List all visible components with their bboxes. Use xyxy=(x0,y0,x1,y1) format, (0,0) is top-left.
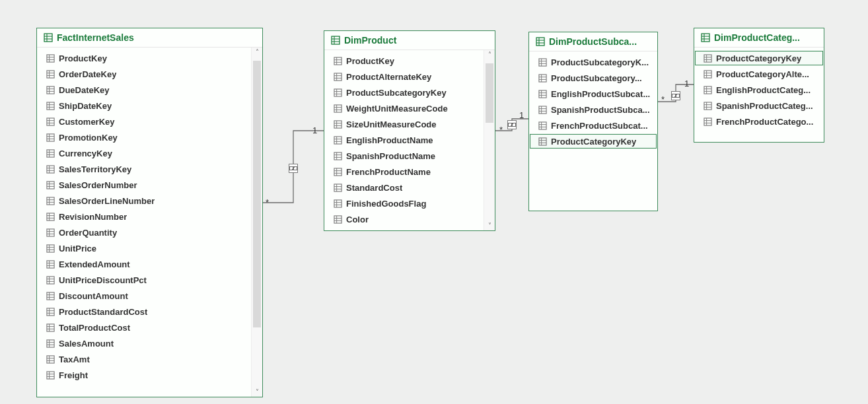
field-row[interactable]: FinishedGoodsFlag xyxy=(324,195,484,211)
table-header[interactable]: DimProductCateg... xyxy=(694,28,824,48)
field-row[interactable]: SalesOrderNumber xyxy=(37,177,251,193)
svg-rect-4 xyxy=(47,54,54,61)
column-icon xyxy=(334,215,342,224)
table-header[interactable]: DimProductSubca... xyxy=(529,32,657,51)
field-row[interactable]: SalesAmount xyxy=(37,335,251,351)
svg-rect-156 xyxy=(539,121,546,129)
svg-rect-12 xyxy=(47,86,54,93)
field-label: SalesAmount xyxy=(59,339,114,349)
field-label: PromotionKey xyxy=(59,133,118,143)
scrollbar[interactable]: ˄˅ xyxy=(251,48,262,397)
field-row[interactable]: FrenchProductSubcat... xyxy=(529,118,657,133)
field-row[interactable]: ProductStandardCost xyxy=(37,304,251,320)
svg-rect-64 xyxy=(47,292,54,299)
field-row[interactable]: RevisionNumber xyxy=(37,209,251,224)
field-row[interactable]: EnglishProductName xyxy=(324,132,484,148)
scrollbar[interactable]: ˄˅ xyxy=(484,50,495,230)
field-row[interactable]: SpanishProductCateg... xyxy=(694,98,824,114)
column-icon xyxy=(46,70,55,79)
field-row[interactable]: ExtendedAmount xyxy=(37,256,251,272)
table-icon xyxy=(44,33,53,42)
field-row[interactable]: PromotionKey xyxy=(37,129,251,145)
field-row[interactable]: EnglishProductSubcat... xyxy=(529,86,657,102)
svg-rect-124 xyxy=(334,184,342,191)
field-list: ProductKeyOrderDateKeyDueDateKeyShipDate… xyxy=(37,48,251,397)
field-row[interactable]: ProductCategoryKey xyxy=(529,133,657,149)
table-dim_product_category[interactable]: DimProductCateg...ProductCategoryKeyProd… xyxy=(694,28,824,143)
field-row[interactable]: ProductSubcategoryK... xyxy=(529,54,657,70)
field-row[interactable]: FrenchProductCatego... xyxy=(694,114,824,129)
field-label: FrenchProductName xyxy=(346,167,431,177)
field-row[interactable]: ShipDateKey xyxy=(37,98,251,114)
cardinality-many-label: * xyxy=(499,125,503,135)
table-header[interactable]: FactInternetSales xyxy=(37,28,262,48)
table-dim_product[interactable]: DimProductProductKeyProductAlternateKeyP… xyxy=(324,30,495,231)
field-row[interactable]: UnitPriceDiscountPct xyxy=(37,272,251,288)
field-row[interactable]: ProductSubcategoryKey xyxy=(324,84,484,100)
relationship-line[interactable] xyxy=(658,84,694,102)
field-label: ProductKey xyxy=(59,53,107,63)
svg-rect-16 xyxy=(47,102,54,109)
field-label: SalesTerritoryKey xyxy=(59,164,131,174)
svg-rect-92 xyxy=(334,57,342,64)
column-icon xyxy=(334,57,342,65)
field-row[interactable]: Color xyxy=(324,211,484,227)
field-label: ProductSubcategoryKey xyxy=(346,88,447,98)
svg-line-196 xyxy=(674,94,678,98)
field-row[interactable]: DueDateKey xyxy=(37,82,251,98)
column-icon xyxy=(46,118,55,126)
field-label: SpanishProductSubca... xyxy=(551,105,650,115)
field-row[interactable]: ProductCategoryKey xyxy=(694,50,824,66)
field-row[interactable]: SpanishProductSubca... xyxy=(529,102,657,118)
field-row[interactable]: SalesOrderLineNumber xyxy=(37,193,251,209)
column-icon xyxy=(334,199,342,208)
scroll-thumb[interactable] xyxy=(253,61,261,327)
svg-rect-144 xyxy=(539,74,546,81)
field-row[interactable]: ProductAlternateKey xyxy=(324,69,484,84)
field-row[interactable]: StandardCost xyxy=(324,180,484,195)
relationship-line[interactable] xyxy=(495,119,528,131)
scroll-down-arrow[interactable]: ˅ xyxy=(484,221,495,230)
svg-rect-160 xyxy=(539,137,546,145)
column-icon xyxy=(46,323,55,332)
field-row[interactable]: SpanishProductName xyxy=(324,148,484,164)
svg-rect-172 xyxy=(704,70,711,77)
field-row[interactable]: SalesTerritoryKey xyxy=(37,161,251,177)
field-row[interactable]: TaxAmt xyxy=(37,351,251,367)
field-label: ProductCategoryKey xyxy=(716,53,801,63)
field-row[interactable]: DiscountAmount xyxy=(37,288,251,304)
svg-rect-168 xyxy=(704,54,711,61)
field-row[interactable]: SizeUnitMeasureCode xyxy=(324,116,484,132)
column-icon xyxy=(46,102,55,110)
svg-rect-188 xyxy=(290,167,293,170)
scroll-down-arrow[interactable]: ˅ xyxy=(252,387,262,397)
field-row[interactable]: ProductKey xyxy=(37,50,251,66)
field-row[interactable]: OrderDateKey xyxy=(37,66,251,82)
field-label: EnglishProductCateg... xyxy=(716,85,811,95)
field-row[interactable]: CurrencyKey xyxy=(37,145,251,161)
relationship-line[interactable] xyxy=(263,131,324,203)
scroll-up-arrow[interactable]: ˄ xyxy=(484,50,495,59)
cardinality-one-label: 1 xyxy=(312,125,317,135)
field-row[interactable]: WeightUnitMeasureCode xyxy=(324,100,484,116)
field-row[interactable]: UnitPrice xyxy=(37,240,251,256)
column-icon xyxy=(704,54,712,63)
field-row[interactable]: EnglishProductCateg... xyxy=(694,82,824,98)
field-row[interactable]: ProductCategoryAlte... xyxy=(694,66,824,82)
field-row[interactable]: OrderQuantity xyxy=(37,224,251,240)
table-header[interactable]: DimProduct xyxy=(324,31,495,50)
field-row[interactable]: ProductSubcategory... xyxy=(529,70,657,86)
field-row[interactable]: CustomerKey xyxy=(37,114,251,129)
scroll-up-arrow[interactable]: ˄ xyxy=(252,48,262,57)
field-label: SizeUnitMeasureCode xyxy=(346,119,437,129)
field-row[interactable]: TotalProductCost xyxy=(37,320,251,335)
field-row[interactable]: FrenchProductName xyxy=(324,164,484,180)
field-row[interactable]: ProductKey xyxy=(324,53,484,69)
column-icon xyxy=(46,213,55,221)
field-row[interactable]: Freight xyxy=(37,367,251,383)
table-fact_internet_sales[interactable]: FactInternetSalesProductKeyOrderDateKeyD… xyxy=(36,28,263,397)
scroll-thumb[interactable] xyxy=(486,63,493,123)
table-icon xyxy=(331,36,340,45)
table-dim_product_subcategory[interactable]: DimProductSubca...ProductSubcategoryK...… xyxy=(528,32,658,211)
svg-rect-52 xyxy=(47,244,54,252)
